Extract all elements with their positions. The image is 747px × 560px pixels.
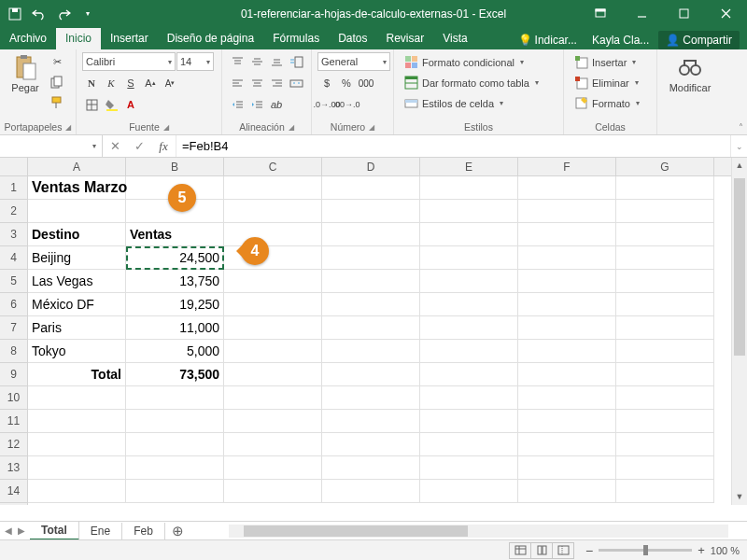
- sheet-nav[interactable]: ◀▶: [0, 525, 30, 536]
- insert-icon: [573, 55, 588, 70]
- format-as-table-button[interactable]: Dar formato como tabla▾: [400, 73, 557, 92]
- new-sheet-button[interactable]: ⊕: [165, 523, 191, 539]
- cells-area[interactable]: Ventas MarzoDestinoVentasBeijing24,500La…: [28, 176, 731, 505]
- sheet-tab-feb[interactable]: Feb: [122, 523, 165, 539]
- insert-cells-button[interactable]: Insertar▾: [570, 52, 651, 72]
- font-name-combo[interactable]: Calibri▾: [82, 52, 176, 71]
- scroll-down-icon[interactable]: ▼: [732, 489, 747, 505]
- enter-formula-icon[interactable]: ✓: [127, 139, 151, 153]
- column-headers[interactable]: ABCDEFG: [28, 158, 731, 176]
- dialog-launcher-icon[interactable]: ◢: [163, 123, 169, 132]
- cell-styles-button[interactable]: Estilos de celda▾: [400, 93, 557, 113]
- sheet-tab-total[interactable]: Total: [30, 522, 79, 540]
- align-right-icon[interactable]: [267, 74, 286, 92]
- qat-customize-icon[interactable]: ▾: [77, 3, 99, 25]
- dialog-launcher-icon[interactable]: ◢: [369, 123, 374, 132]
- number-format-combo[interactable]: General▾: [317, 52, 390, 71]
- share-button[interactable]: 👤Compartir: [658, 31, 740, 49]
- row-headers[interactable]: 1234567891011121314: [0, 176, 28, 505]
- merge-center-icon[interactable]: [287, 74, 305, 92]
- svg-rect-5: [680, 9, 688, 18]
- cell-styles-icon: [403, 96, 418, 111]
- decrease-indent-icon[interactable]: [228, 95, 247, 114]
- svg-rect-9: [21, 55, 27, 59]
- close-button[interactable]: [705, 0, 747, 27]
- prev-sheet-icon[interactable]: ◀: [5, 525, 12, 536]
- callout-4: 4: [241, 237, 269, 265]
- undo-icon[interactable]: [28, 3, 50, 25]
- accounting-format-icon[interactable]: $: [317, 74, 336, 92]
- name-box[interactable]: ▾: [0, 135, 103, 157]
- tab-datos[interactable]: Datos: [329, 28, 376, 49]
- account-name[interactable]: Kayla Cla...: [586, 32, 655, 49]
- zoom-level[interactable]: 100 %: [711, 545, 740, 556]
- decrease-decimal-icon[interactable]: .00→.0: [337, 95, 356, 114]
- conditional-format-button[interactable]: Formato condicional▾: [400, 52, 557, 72]
- fill-color-icon[interactable]: [102, 95, 120, 114]
- svg-rect-60: [558, 546, 569, 554]
- percent-format-icon[interactable]: %: [337, 74, 356, 92]
- minimize-button[interactable]: [621, 0, 663, 27]
- formula-input[interactable]: =Feb!B4: [176, 135, 730, 157]
- align-top-icon[interactable]: [228, 52, 247, 71]
- delete-icon: [573, 76, 588, 91]
- maximize-button[interactable]: [663, 0, 705, 27]
- bold-button[interactable]: N: [82, 74, 101, 92]
- ribbon-options-icon[interactable]: [579, 0, 621, 27]
- sheet-tab-ene[interactable]: Ene: [79, 523, 122, 539]
- normal-view-icon[interactable]: [509, 542, 531, 559]
- copy-icon[interactable]: [48, 73, 66, 91]
- underline-button[interactable]: S: [121, 74, 140, 92]
- zoom-out-button[interactable]: −: [585, 543, 593, 558]
- quick-access-toolbar: ▾: [0, 3, 99, 25]
- font-size-combo[interactable]: 14▾: [176, 52, 214, 71]
- tab-diseno[interactable]: Diseño de página: [158, 28, 263, 49]
- delete-cells-button[interactable]: Eliminar▾: [570, 73, 651, 92]
- save-icon[interactable]: [4, 3, 26, 25]
- zoom-slider[interactable]: [599, 549, 692, 552]
- increase-font-icon[interactable]: A▴: [141, 74, 160, 92]
- scroll-thumb[interactable]: [734, 178, 745, 356]
- borders-icon[interactable]: [82, 95, 101, 114]
- select-all-corner[interactable]: [0, 158, 28, 176]
- align-left-icon[interactable]: [228, 74, 247, 92]
- tab-formulas[interactable]: Fórmulas: [263, 28, 329, 49]
- zoom-in-button[interactable]: +: [698, 543, 705, 557]
- align-center-icon[interactable]: [247, 74, 266, 92]
- collapse-ribbon-icon[interactable]: ˄: [739, 122, 743, 133]
- expand-formula-bar-icon[interactable]: ⌄: [730, 135, 747, 157]
- decrease-font-icon[interactable]: A▾: [161, 74, 179, 92]
- tab-archivo[interactable]: Archivo: [0, 28, 56, 49]
- svg-rect-58: [538, 546, 542, 554]
- find-select-button[interactable]: Modificar: [663, 52, 717, 93]
- comma-format-icon[interactable]: 000: [357, 74, 375, 92]
- dialog-launcher-icon[interactable]: ◢: [65, 123, 71, 132]
- insert-function-icon[interactable]: fx: [151, 139, 176, 154]
- increase-indent-icon[interactable]: [247, 95, 266, 114]
- cut-icon[interactable]: ✂: [48, 52, 66, 71]
- tell-me[interactable]: 💡Indicar...: [513, 32, 583, 49]
- format-cells-button[interactable]: Formato▾: [570, 93, 651, 113]
- horizontal-scrollbar[interactable]: [229, 525, 728, 538]
- redo-icon[interactable]: [52, 3, 75, 25]
- vertical-scrollbar[interactable]: ▲ ▼: [731, 158, 747, 505]
- wrap-text-icon[interactable]: [287, 52, 305, 71]
- page-break-view-icon[interactable]: [552, 542, 574, 559]
- paste-button[interactable]: Pegar: [6, 52, 45, 93]
- tab-vista[interactable]: Vista: [433, 28, 476, 49]
- tab-revisar[interactable]: Revisar: [377, 28, 434, 49]
- align-middle-icon[interactable]: [247, 52, 266, 71]
- cancel-formula-icon[interactable]: ✕: [103, 139, 127, 153]
- format-painter-icon[interactable]: [48, 93, 66, 112]
- scroll-up-icon[interactable]: ▲: [732, 158, 747, 174]
- font-color-icon[interactable]: A: [121, 95, 140, 114]
- page-layout-view-icon[interactable]: [530, 542, 553, 559]
- tab-inicio[interactable]: Inicio: [56, 28, 101, 49]
- dialog-launcher-icon[interactable]: ◢: [289, 123, 294, 132]
- tab-insertar[interactable]: Insertar: [101, 28, 158, 49]
- italic-button[interactable]: K: [102, 74, 120, 92]
- status-bar: − + 100 %: [0, 539, 747, 560]
- next-sheet-icon[interactable]: ▶: [18, 525, 25, 536]
- align-bottom-icon[interactable]: [267, 52, 286, 71]
- orientation-icon[interactable]: ab: [267, 95, 286, 114]
